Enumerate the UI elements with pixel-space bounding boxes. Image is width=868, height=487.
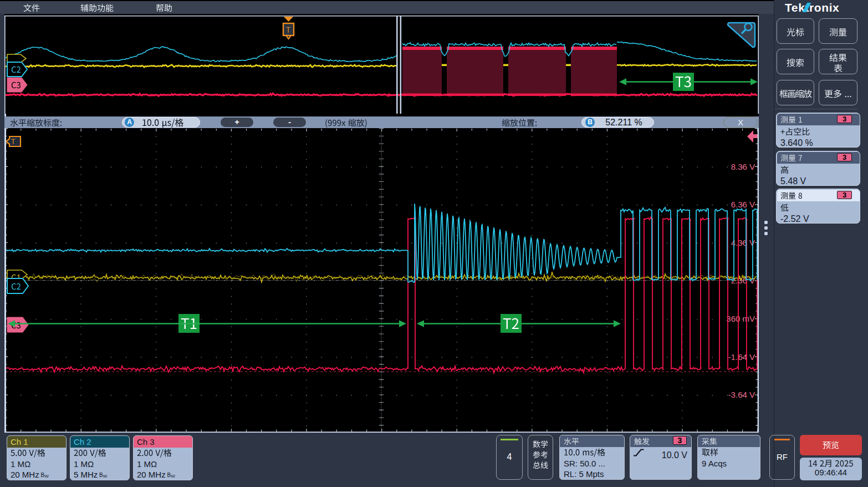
svg-text:-1.64 V: -1.64 V [728,352,755,362]
svg-text:360 mV: 360 mV [726,314,755,323]
svg-text:-3.64 V: -3.64 V [728,390,755,399]
svg-text:4.36 V: 4.36 V [731,238,755,247]
svg-text:6.36 V: 6.36 V [731,200,755,209]
svg-text:8.36 V: 8.36 V [731,162,755,171]
